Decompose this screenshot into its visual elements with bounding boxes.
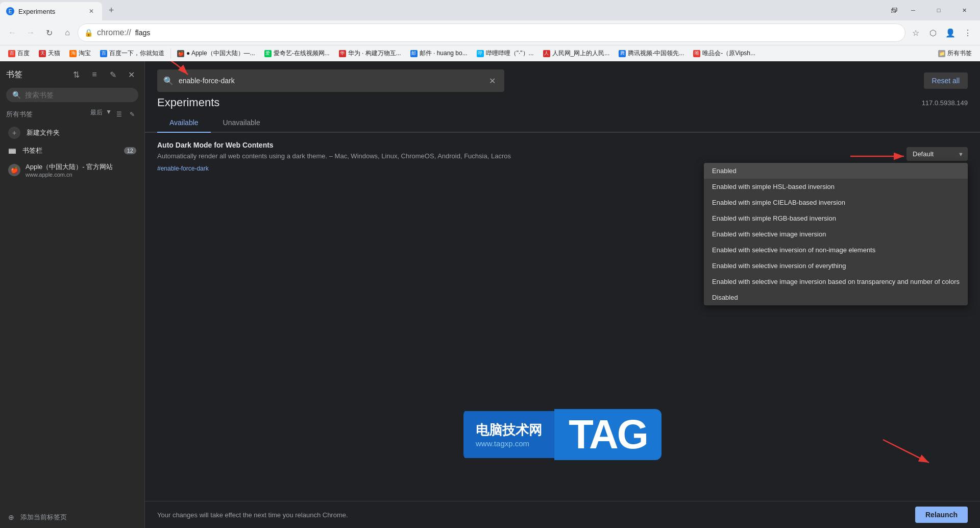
flag-dropdown-trigger[interactable]: Default ▼ [906,147,968,161]
bm-label-bilibili: 哔哩哔哩（"·"）... [486,49,534,58]
maximize-button[interactable]: □ [927,2,950,18]
address-bar[interactable]: 🔒 chrome:// flags [78,23,905,42]
profile-icon: 👤 [945,28,955,38]
bookmark-all[interactable]: 📁 所有书签 [934,47,976,60]
bookmarks-bar-label: 书签栏 [22,146,118,155]
bookmark-renmin[interactable]: 人 人民网_网上的人民... [539,47,614,60]
dropdown-option-disabled[interactable]: Disabled [704,290,968,305]
bookmark-taobao[interactable]: 淘 淘宝 [65,47,95,60]
bm-label-all: 所有书签 [947,49,972,58]
address-path: flags [135,29,899,37]
reload-icon: ↻ [46,28,53,38]
tab-strip: E Experiments ✕ + [0,0,885,20]
flags-search-box[interactable]: 🔍 ✕ [157,69,504,92]
bookmark-huawei[interactable]: 华 华为 · 构建万物互... [335,47,405,60]
flags-search-clear-button[interactable]: ✕ [486,75,498,87]
site-info-icon[interactable]: 🔒 [84,29,93,37]
bm-favicon-iqiyi: 爱 [264,50,272,57]
sidebar-search-input[interactable] [25,91,132,99]
flag-dropdown-menu: Enabled Enabled with simple HSL-based in… [704,163,968,305]
dropdown-option-transparency[interactable]: Enabled with selective image inversion b… [704,274,968,290]
chrome-menu-button[interactable]: ⋮ [960,25,976,41]
folder-icon [8,147,16,155]
sidebar-bookmarks-bar-item[interactable]: 书签栏 12 [2,143,142,158]
bm-favicon-huawei: 华 [339,50,346,57]
flags-header: 🔍 ✕ Reset all [145,61,980,92]
relaunch-button[interactable]: Relaunch [915,507,968,523]
flags-reset-all-button[interactable]: Reset all [924,73,968,89]
chrome-menu-icon: ⋮ [964,28,972,38]
new-folder-label: 新建文件夹 [27,128,60,137]
bm-label-iqiyi: 愛奇艺-在线视频网... [274,49,330,58]
sidebar-search-box[interactable]: 🔍 [6,88,138,102]
dropdown-option-enabled[interactable]: Enabled [704,163,968,179]
dropdown-option-non-image[interactable]: Enabled with selective inversion of non-… [704,242,968,258]
restore-down-icon[interactable] [889,5,899,15]
extensions-icon: ⬡ [929,28,937,38]
tab-close-button[interactable]: ✕ [87,7,96,16]
bookmark-tianmao[interactable]: 天 天猫 [35,47,64,60]
sidebar-section-title: 所有书签 [6,110,33,119]
sidebar-edit-button[interactable]: ✎ [106,67,120,82]
extensions-button[interactable]: ⬡ [925,25,941,41]
bm-label-vip: 唯品会-（原Vipsh... [702,49,755,58]
dropdown-option-cielab[interactable]: Enabled with simple CIELAB-based inversi… [704,195,968,210]
profile-button[interactable]: 👤 [942,25,959,41]
flags-search-input[interactable] [179,77,481,85]
sidebar-more-button[interactable]: ✎ [126,108,138,121]
dropdown-option-rgb[interactable]: Enabled with simple RGB-based inversion [704,210,968,226]
watermark-cn-text: 电脑技术网 [476,421,542,439]
add-tab-icon: ⊕ [8,513,14,521]
minimize-button[interactable]: ─ [901,2,925,18]
watermark-tag-text: TAG [569,414,647,455]
new-folder-item[interactable]: + 新建文件夹 [2,123,142,143]
watermark: 电脑技术网 www.tagxp.com TAG [463,409,662,460]
back-button[interactable]: ← [4,25,20,41]
sidebar-grid-button[interactable]: ≡ [87,67,102,82]
add-current-tab-button[interactable]: ⊕ 添加当前标签页 [0,507,144,528]
bookmark-vip[interactable]: 唯 唯品会-（原Vipsh... [689,47,760,60]
apple-bookmark-info: Apple（中国大陆）- 官方网站 www.apple.com.cn [26,162,136,178]
bm-label-huawei: 华为 · 构建万物互... [348,49,401,58]
address-scheme: chrome:// [97,28,131,37]
bm-label-renmin: 人民网_网上的人民... [552,49,610,58]
bookmark-star-button[interactable]: ☆ [908,25,924,41]
sidebar-section-header: 所有书签 最后 ▼ ☰ ✎ [0,106,144,123]
bookmark-separator [170,49,171,59]
bookmark-baidu[interactable]: 百 百度 [4,47,34,60]
new-folder-icon: + [8,127,20,139]
close-button[interactable]: ✕ [952,2,976,18]
active-tab[interactable]: E Experiments ✕ [0,2,102,20]
grid-icon: ≡ [92,70,96,79]
forward-button[interactable]: → [22,25,39,41]
bookmark-tencent-video[interactable]: 腾 腾讯视频-中国领先... [615,47,688,60]
relaunch-notice: Your changes will take effect the next t… [157,511,348,519]
dropdown-option-everything[interactable]: Enabled with selective inversion of ever… [704,258,968,274]
sidebar-close-button[interactable]: ✕ [124,67,138,82]
flag-dropdown-arrow-icon: ▼ [958,151,964,157]
tab-available[interactable]: Available [157,113,211,133]
home-button[interactable]: ⌂ [59,25,76,41]
flag-name: Auto Dark Mode for Web Contents [157,141,514,149]
sidebar-sort-button[interactable]: ⇅ [69,67,83,82]
back-icon: ← [8,28,16,37]
bookmarks-bar: 百 百度 天 天猫 淘 淘宝 百 百度一下，你就知道 🍎 ● Apple（中国大… [0,45,980,61]
bookmark-mail[interactable]: 邮 邮件 · huang bo... [406,47,472,60]
bookmark-bilibili[interactable]: 哔 哔哩哔哩（"·"）... [473,47,538,60]
tab-unavailable[interactable]: Unavailable [211,113,273,133]
watermark-url-text: www.tagxp.com [476,439,542,448]
forward-icon: → [27,28,35,37]
new-tab-button[interactable]: + [104,3,118,17]
flags-tabs: Available Unavailable [145,113,980,133]
bookmark-iqiyi[interactable]: 爱 愛奇艺-在线视频网... [260,47,334,60]
bookmark-apple[interactable]: 🍎 ● Apple（中国大陆）—... [173,47,259,60]
sidebar-apple-bookmark[interactable]: 🍎 Apple（中国大陆）- 官方网站 www.apple.com.cn [2,158,142,182]
bookmark-baidu-search[interactable]: 百 百度一下，你就知道 [96,47,168,60]
flag-dropdown-container: Default ▼ Enabled Enabled with simple HS… [906,147,968,161]
dropdown-option-hsl[interactable]: Enabled with simple HSL-based inversion [704,179,968,195]
dropdown-option-selective-image[interactable]: Enabled with selective image inversion [704,226,968,242]
sidebar-list-view-button[interactable]: ☰ [113,108,125,121]
reload-button[interactable]: ↻ [41,25,57,41]
flag-link[interactable]: #enable-force-dark [157,165,209,172]
bm-favicon-baidu: 百 [8,50,15,57]
